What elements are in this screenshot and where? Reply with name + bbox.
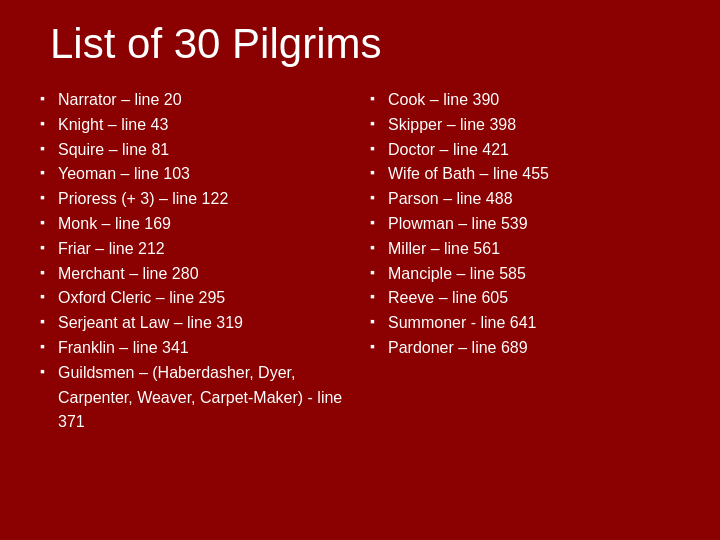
list-item: Friar – line 212: [40, 237, 350, 262]
list-item: Narrator – line 20: [40, 88, 350, 113]
right-list: Cook – line 390Skipper – line 398Doctor …: [370, 88, 680, 361]
page: List of 30 Pilgrims Narrator – line 20Kn…: [0, 0, 720, 540]
list-item: Parson – line 488: [370, 187, 680, 212]
list-item: Serjeant at Law – line 319: [40, 311, 350, 336]
list-item: Franklin – line 341: [40, 336, 350, 361]
content-area: Narrator – line 20Knight – line 43Squire…: [40, 88, 680, 520]
list-item: Squire – line 81: [40, 138, 350, 163]
left-list: Narrator – line 20Knight – line 43Squire…: [40, 88, 350, 435]
list-item: Knight – line 43: [40, 113, 350, 138]
list-item: Pardoner – line 689: [370, 336, 680, 361]
list-item: Manciple – line 585: [370, 262, 680, 287]
list-item: Monk – line 169: [40, 212, 350, 237]
list-item: Merchant – line 280: [40, 262, 350, 287]
list-item: Reeve – line 605: [370, 286, 680, 311]
list-item: Cook – line 390: [370, 88, 680, 113]
list-item: Oxford Cleric – line 295: [40, 286, 350, 311]
left-column: Narrator – line 20Knight – line 43Squire…: [40, 88, 350, 520]
list-item: Guildsmen – (Haberdasher, Dyer, Carpente…: [40, 361, 350, 435]
right-column: Cook – line 390Skipper – line 398Doctor …: [370, 88, 680, 520]
list-item: Prioress (+ 3) – line 122: [40, 187, 350, 212]
list-item: Plowman – line 539: [370, 212, 680, 237]
list-item: Yeoman – line 103: [40, 162, 350, 187]
list-item: Doctor – line 421: [370, 138, 680, 163]
list-item: Miller – line 561: [370, 237, 680, 262]
list-item: Wife of Bath – line 455: [370, 162, 680, 187]
list-item: Summoner - line 641: [370, 311, 680, 336]
page-title: List of 30 Pilgrims: [40, 20, 680, 68]
list-item: Skipper – line 398: [370, 113, 680, 138]
